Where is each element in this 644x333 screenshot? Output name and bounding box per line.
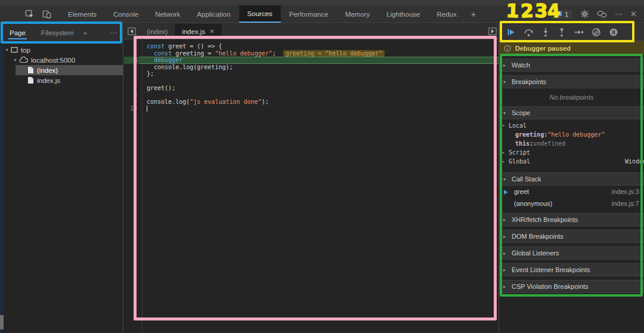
panel-tab-performance[interactable]: Performance bbox=[281, 5, 337, 23]
inspect-button[interactable] bbox=[25, 10, 34, 18]
pause-on-exceptions-button[interactable] bbox=[609, 27, 618, 37]
gear-icon[interactable] bbox=[580, 10, 589, 18]
panel-tab-application[interactable]: Application bbox=[188, 5, 239, 23]
debugger-expand-icon[interactable] bbox=[488, 24, 497, 39]
code-editor[interactable]: 1const greet = () => {2 const greeting =… bbox=[124, 40, 499, 333]
code-text: console.log(greeting); bbox=[140, 64, 233, 71]
section-header-xhr-fetch-breakpoints[interactable]: ▸XHR/fetch Breakpoints bbox=[499, 213, 644, 226]
section-header-scope[interactable]: ▾Scope bbox=[499, 106, 644, 119]
panel-tab-sources[interactable]: Sources bbox=[239, 5, 281, 23]
tab-close-icon[interactable]: ✕ bbox=[209, 28, 214, 35]
section-label: Watch bbox=[512, 61, 530, 69]
scope-var-greeting[interactable]: greeting: "hello debugger" bbox=[499, 130, 644, 139]
panel-tab-memory[interactable]: Memory bbox=[337, 5, 379, 23]
panel-tab-lighthouse[interactable]: Lighthouse bbox=[378, 5, 428, 23]
scope-group-script[interactable]: ▸Script bbox=[499, 148, 644, 157]
tree-item-index-js[interactable]: index.js bbox=[0, 75, 123, 85]
code-text bbox=[140, 105, 147, 112]
editor-tab-bar: (index)index.js✕ bbox=[124, 24, 499, 39]
code-token bbox=[147, 50, 154, 57]
inline-eval-badge: greeting = "hello debugger" bbox=[283, 50, 385, 57]
step-over-button[interactable] bbox=[524, 28, 534, 37]
navigator-collapse-icon[interactable] bbox=[124, 24, 140, 39]
line-number: 7 bbox=[124, 85, 140, 92]
code-token bbox=[147, 57, 154, 63]
step-over-icon bbox=[524, 28, 534, 37]
section-caret-icon: ▸ bbox=[503, 217, 508, 223]
panel-tab-network[interactable]: Network bbox=[147, 5, 188, 23]
call-stack-body: greetindex.js:3(anonymous)index.js:7 bbox=[499, 186, 644, 209]
more-options-icon[interactable]: ⋯ bbox=[615, 10, 623, 18]
section-header-call-stack[interactable]: ▾Call Stack bbox=[499, 172, 644, 186]
code-token: console.log( bbox=[147, 98, 190, 105]
code-text: console.log("js evaluation done"); bbox=[140, 98, 269, 106]
section-header-dom-breakpoints[interactable]: ▸DOM Breakpoints bbox=[499, 230, 644, 243]
code-line-3: 3 debugger bbox=[124, 57, 499, 64]
frame-location[interactable]: index.js:3 bbox=[612, 188, 639, 195]
editor-tab--index-[interactable]: (index) bbox=[140, 24, 175, 39]
navigator-tab-bar: Page Filesystem » ⋯ bbox=[0, 24, 123, 42]
tab-overflow-icon[interactable]: » bbox=[80, 24, 91, 41]
section-caret-icon: ▸ bbox=[503, 63, 508, 68]
close-icon[interactable]: ✕ bbox=[630, 10, 637, 18]
step-button[interactable] bbox=[574, 28, 584, 36]
code-line-7: 7greet(); bbox=[124, 85, 499, 92]
scope-group-global[interactable]: ▸GlobalWindow bbox=[499, 157, 644, 166]
panel-tab-console[interactable]: Console bbox=[105, 5, 147, 23]
frame-location[interactable]: index.js:7 bbox=[612, 200, 639, 207]
editor-tab-index-js[interactable]: index.js✕ bbox=[175, 24, 221, 39]
devtools-window: ElementsConsoleNetworkApplicationSources… bbox=[0, 0, 644, 333]
navigator-more-icon[interactable]: ⋯ bbox=[104, 24, 123, 41]
scope-group-value: Window bbox=[625, 158, 644, 165]
add-panel-button[interactable]: + bbox=[465, 5, 482, 23]
scope-group-label: Local bbox=[509, 122, 527, 129]
section-label: XHR/fetch Breakpoints bbox=[512, 216, 578, 223]
scope-caret-icon: ▸ bbox=[502, 159, 509, 164]
line-number: 4 bbox=[124, 64, 140, 71]
issues-badge[interactable]: 1 bbox=[551, 10, 572, 19]
code-token: ); bbox=[262, 98, 269, 105]
resume-button[interactable] bbox=[506, 27, 516, 37]
devtools-toolbar: ElementsConsoleNetworkApplicationSources… bbox=[0, 5, 644, 23]
call-stack-frame--anonymous-[interactable]: (anonymous)index.js:7 bbox=[499, 198, 644, 209]
step-into-button[interactable] bbox=[541, 27, 550, 37]
code-token: console.log(greeting); bbox=[147, 64, 233, 70]
tree-item-localhost-5000[interactable]: ▾localhost:5000 bbox=[0, 55, 123, 65]
section-header-csp-violation-breakpoints[interactable]: ▸CSP Violation Breakpoints bbox=[499, 280, 644, 293]
code-text bbox=[140, 91, 147, 98]
section-caret-icon: ▸ bbox=[503, 284, 508, 289]
cloud-icon bbox=[19, 57, 28, 63]
scope-var-this[interactable]: this: undefined bbox=[499, 139, 644, 148]
scope-group-label: Script bbox=[509, 149, 530, 156]
tree-item-label: index.js bbox=[37, 77, 60, 84]
panel-tab-redux[interactable]: Redux bbox=[428, 5, 465, 23]
tree-item-top[interactable]: ▾top bbox=[0, 45, 123, 55]
call-stack-frame-greet[interactable]: greetindex.js:3 bbox=[499, 186, 644, 198]
code-line-9: 9console.log("js evaluation done"); bbox=[124, 98, 499, 106]
scope-group-local[interactable]: ▾Local bbox=[499, 121, 644, 130]
file-icon bbox=[27, 76, 34, 84]
line-number: 2 bbox=[124, 50, 140, 57]
section-label: Breakpoints bbox=[512, 78, 546, 85]
panel-tab-elements[interactable]: Elements bbox=[60, 5, 105, 23]
section-dom-breakpoints: ▸DOM Breakpoints bbox=[499, 230, 644, 243]
section-header-global-listeners[interactable]: ▸Global Listeners bbox=[499, 246, 644, 260]
tree-item--index-[interactable]: (index) bbox=[0, 65, 123, 75]
feedback-icon[interactable] bbox=[597, 10, 607, 18]
device-toolbar-button[interactable] bbox=[42, 10, 51, 18]
section-caret-icon: ▸ bbox=[503, 251, 508, 256]
section-label: Event Listener Breakpoints bbox=[512, 266, 590, 273]
section-header-breakpoints[interactable]: ▾Breakpoints bbox=[499, 75, 644, 88]
left-edge-scroll-thumb[interactable] bbox=[0, 315, 4, 329]
tab-filesystem[interactable]: Filesystem bbox=[35, 24, 80, 41]
scope-var-value: "hello debugger" bbox=[547, 131, 605, 138]
deactivate-breakpoints-button[interactable] bbox=[592, 27, 601, 37]
section-header-watch[interactable]: ▸Watch bbox=[499, 58, 644, 72]
step-out-button[interactable] bbox=[558, 27, 566, 37]
tree-item-label: (index) bbox=[37, 67, 58, 74]
code-token: debugger bbox=[154, 57, 182, 63]
section-header-event-listener-breakpoints[interactable]: ▸Event Listener Breakpoints bbox=[499, 263, 644, 276]
code-text bbox=[140, 78, 147, 85]
tab-page[interactable]: Page bbox=[4, 24, 32, 41]
section-call-stack: ▾Call Stackgreetindex.js:3(anonymous)ind… bbox=[499, 172, 644, 209]
